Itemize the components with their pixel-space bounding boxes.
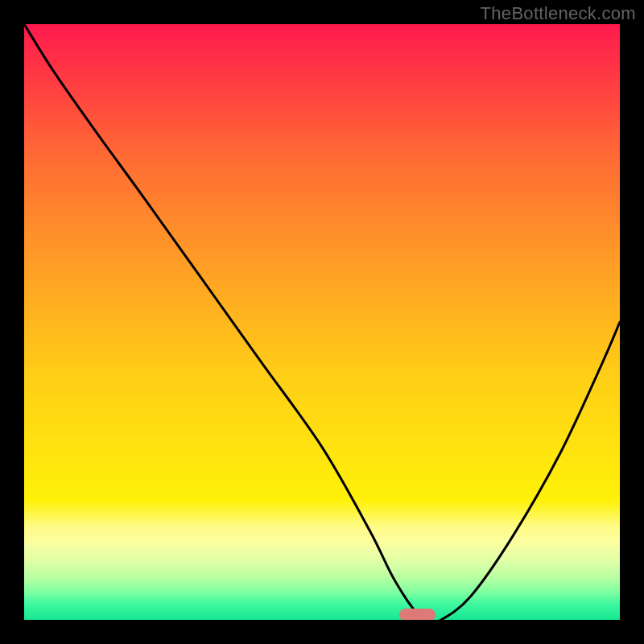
optimal-marker: [399, 609, 435, 620]
bottleneck-curve: [24, 24, 620, 620]
plot-area: [24, 24, 620, 620]
chart-frame: TheBottleneck.com: [0, 0, 644, 644]
watermark-label: TheBottleneck.com: [481, 3, 636, 24]
